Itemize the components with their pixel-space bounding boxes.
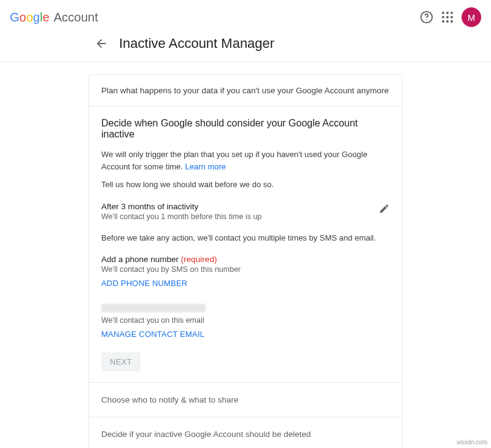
next-button[interactable]: NEXT [101,352,141,371]
section-inactivity: Decide when Google should consider your … [89,107,402,383]
page-title: Inactive Account Manager [119,36,274,52]
avatar-letter: M [468,12,476,23]
settings-card: Plan what happens to your data if you ca… [88,74,403,448]
google-account-logo[interactable]: Google Account [10,10,98,25]
required-tag: (required) [181,255,217,264]
help-icon[interactable] [420,10,433,24]
inactivity-setting-row: After 3 months of inactivity We'll conta… [101,202,390,221]
email-sub: We'll contact you on this email [101,316,390,325]
apps-icon[interactable] [442,12,453,23]
divider [0,61,491,62]
inactivity-duration-sub: We'll contact you 1 month before this ti… [101,212,261,221]
topbar-actions: M [420,7,481,27]
top-bar: Google Account M [0,0,491,34]
brand-account-label: Account [54,10,98,25]
section-title: Decide when Google should consider your … [101,118,390,140]
body-text-2: Tell us how long we should wait before w… [101,179,390,191]
section-notify-collapsed[interactable]: Choose who to notify & what to share [89,383,402,417]
inactivity-duration-title: After 3 months of inactivity [101,202,261,211]
card-intro: Plan what happens to your data if you ca… [89,75,402,107]
svg-point-1 [426,20,427,20]
avatar[interactable]: M [462,7,481,27]
phone-block: Add a phone number (required) We'll cont… [101,255,390,288]
watermark: wsxdn.com [457,439,487,446]
email-block: We'll contact you on this email MANAGE C… [101,304,390,339]
phone-sub: We'll contact you by SMS on this number [101,265,390,274]
edit-icon[interactable] [379,203,390,214]
phone-label: Add a phone number (required) [101,255,390,264]
manage-email-button[interactable]: MANAGE CONTACT EMAIL [101,330,204,339]
email-address-redacted [101,304,206,312]
learn-more-link[interactable]: Learn more [185,162,226,171]
back-arrow-icon[interactable] [95,37,108,50]
page-title-row: Inactive Account Manager [0,34,491,61]
contact-note: Before we take any action, we'll contact… [101,232,390,244]
section-body: We will only trigger the plan that you s… [101,149,390,172]
body-text-1: We will only trigger the plan that you s… [101,150,368,171]
phone-label-text: Add a phone number [101,255,181,264]
add-phone-button[interactable]: ADD PHONE NUMBER [101,279,187,288]
section-delete-collapsed[interactable]: Decide if your inactive Google Account s… [89,417,402,448]
